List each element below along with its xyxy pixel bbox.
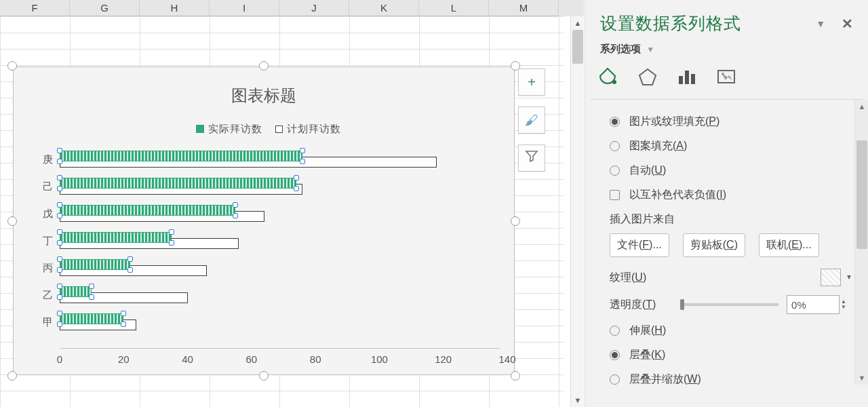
resize-handle[interactable] bbox=[7, 216, 17, 226]
series-selection-handle[interactable] bbox=[57, 284, 62, 289]
series-selection-handle[interactable] bbox=[89, 284, 94, 289]
series-selection-handle[interactable] bbox=[121, 322, 126, 327]
scroll-thumb[interactable] bbox=[572, 30, 583, 64]
column-header[interactable]: L bbox=[419, 0, 489, 16]
format-data-series-pane: 设置数据系列格式 ▼ ✕ 系列选项 ▼ 图片或纹理填充(P) 图案填充(A) bbox=[585, 0, 868, 407]
series-selection-handle[interactable] bbox=[233, 213, 238, 218]
column-header[interactable]: J bbox=[279, 0, 349, 16]
column-header[interactable]: K bbox=[349, 0, 419, 16]
effects-tab[interactable] bbox=[635, 65, 660, 88]
column-header[interactable]: G bbox=[70, 0, 140, 16]
series-selection-handle[interactable] bbox=[57, 240, 62, 246]
fill-option-pattern[interactable]: 图案填充(A) bbox=[610, 134, 861, 158]
transparency-slider[interactable] bbox=[682, 303, 778, 306]
column-header[interactable]: I bbox=[210, 0, 279, 16]
spinner-buttons[interactable]: ▲▼ bbox=[841, 299, 846, 310]
series-selection-handle[interactable] bbox=[57, 175, 62, 180]
brush-icon: 🖌 bbox=[525, 113, 538, 128]
series-selection-handle[interactable] bbox=[57, 148, 62, 153]
plot-area[interactable]: 庚己戊丁丙乙甲020406080100120140 bbox=[33, 150, 500, 349]
pane-close-button[interactable]: ✕ bbox=[842, 16, 853, 32]
series-selection-handle[interactable] bbox=[300, 159, 305, 164]
invert-negative-checkbox[interactable]: 以互补色代表负值(I) bbox=[610, 182, 861, 207]
pane-category-tabs bbox=[585, 60, 868, 99]
option-label: 伸展(H) bbox=[629, 324, 666, 338]
actual-bar[interactable] bbox=[60, 232, 172, 243]
fill-option-picture-texture[interactable]: 图片或纹理填充(P) bbox=[610, 109, 861, 134]
pane-body: 图片或纹理填充(P) 图案填充(A) 自动(U) 以互补色代表负值(I) 插入图… bbox=[585, 100, 868, 385]
insert-from-online-button[interactable]: 联机(E)... bbox=[759, 233, 819, 257]
resize-handle[interactable] bbox=[511, 216, 520, 226]
category-label: 戊 bbox=[33, 208, 53, 220]
pane-header: 设置数据系列格式 ▼ ✕ bbox=[585, 0, 868, 40]
actual-bar[interactable] bbox=[60, 178, 296, 189]
series-selection-handle[interactable] bbox=[300, 148, 305, 153]
column-header[interactable]: M bbox=[489, 0, 559, 16]
chart-filters-button[interactable] bbox=[518, 144, 545, 172]
legend-swatch-actual bbox=[196, 125, 204, 133]
scroll-thumb[interactable] bbox=[856, 140, 867, 249]
series-selection-handle[interactable] bbox=[57, 202, 62, 208]
insert-from-clipboard-button[interactable]: 剪贴板(C) bbox=[683, 233, 745, 257]
chart-legend[interactable]: 实际拜访数 计划拜访数 bbox=[14, 123, 514, 136]
pane-vertical-scrollbar[interactable]: ▲ ▼ bbox=[854, 100, 868, 385]
series-selection-handle[interactable] bbox=[57, 186, 62, 191]
size-properties-tab[interactable] bbox=[714, 65, 738, 88]
option-label: 图片或纹理填充(P) bbox=[629, 115, 719, 129]
insert-from-file-button[interactable]: 文件(F)... bbox=[610, 233, 669, 257]
chart-elements-button[interactable]: + bbox=[518, 69, 545, 96]
series-selection-handle[interactable] bbox=[169, 229, 174, 235]
actual-bar[interactable] bbox=[60, 151, 302, 161]
series-selection-handle[interactable] bbox=[57, 322, 62, 327]
actual-bar[interactable] bbox=[60, 259, 130, 270]
fill-option-auto[interactable]: 自动(U) bbox=[610, 158, 861, 182]
series-selection-handle[interactable] bbox=[294, 186, 299, 191]
series-selection-handle[interactable] bbox=[127, 267, 133, 273]
series-selection-handle[interactable] bbox=[57, 213, 62, 218]
series-selection-handle[interactable] bbox=[57, 311, 62, 316]
series-selection-handle[interactable] bbox=[57, 229, 62, 235]
scroll-down-icon[interactable]: ▼ bbox=[855, 371, 868, 385]
fill-line-tab[interactable] bbox=[596, 65, 620, 88]
picture-stretch-option[interactable]: 伸展(H) bbox=[610, 318, 861, 343]
x-axis-tick: 140 bbox=[498, 353, 515, 365]
x-axis-tick: 100 bbox=[371, 353, 388, 365]
column-header[interactable]: F bbox=[0, 0, 70, 16]
resize-handle[interactable] bbox=[511, 371, 520, 381]
series-options-tab[interactable] bbox=[675, 65, 699, 88]
radio-icon bbox=[610, 326, 620, 336]
transparency-input[interactable] bbox=[787, 295, 840, 314]
sheet-vertical-scrollbar[interactable]: ▲ ▼ bbox=[570, 16, 584, 407]
resize-handle[interactable] bbox=[259, 61, 269, 71]
texture-picker[interactable] bbox=[821, 269, 841, 286]
resize-handle[interactable] bbox=[259, 371, 269, 381]
pane-title-dropdown-icon[interactable]: ▼ bbox=[816, 18, 825, 29]
scroll-down-icon[interactable]: ▼ bbox=[571, 393, 585, 407]
series-selection-handle[interactable] bbox=[169, 240, 174, 246]
resize-handle[interactable] bbox=[7, 371, 17, 381]
pane-subtitle[interactable]: 系列选项 ▼ bbox=[585, 40, 868, 60]
series-selection-handle[interactable] bbox=[233, 202, 238, 208]
scroll-up-icon[interactable]: ▲ bbox=[571, 16, 585, 30]
series-selection-handle[interactable] bbox=[57, 159, 62, 164]
resize-handle[interactable] bbox=[7, 61, 17, 71]
column-header[interactable]: H bbox=[140, 0, 210, 16]
series-selection-handle[interactable] bbox=[57, 294, 62, 300]
embedded-chart[interactable]: 图表标题 实际拜访数 计划拜访数 庚己戊丁丙乙甲0204060801001201… bbox=[13, 66, 515, 375]
chart-styles-button[interactable]: 🖌 bbox=[518, 106, 545, 134]
series-selection-handle[interactable] bbox=[57, 267, 62, 273]
scroll-up-icon[interactable]: ▲ bbox=[855, 100, 868, 113]
picture-stack-scale-option[interactable]: 层叠并缩放(W) bbox=[610, 367, 861, 391]
actual-bar[interactable] bbox=[60, 286, 92, 297]
actual-bar[interactable] bbox=[60, 313, 123, 324]
chart-title[interactable]: 图表标题 bbox=[14, 67, 514, 106]
series-selection-handle[interactable] bbox=[294, 175, 299, 180]
series-selection-handle[interactable] bbox=[89, 294, 94, 300]
insert-picture-from-label: 插入图片来自 bbox=[610, 212, 861, 227]
picture-stack-option[interactable]: 层叠(K) bbox=[610, 343, 861, 367]
series-selection-handle[interactable] bbox=[57, 256, 62, 262]
actual-bar[interactable] bbox=[60, 205, 235, 216]
series-selection-handle[interactable] bbox=[127, 256, 133, 262]
series-selection-handle[interactable] bbox=[121, 311, 126, 316]
chart-side-buttons: + 🖌 bbox=[518, 69, 547, 182]
